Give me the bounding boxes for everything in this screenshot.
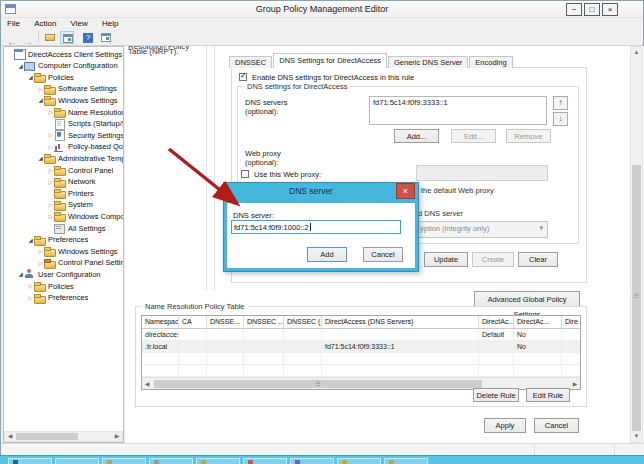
tree-item-user-configuration[interactable]: ◢User Configuration — [4, 268, 123, 280]
forward-arrow-icon[interactable]: → — [21, 31, 35, 44]
scrollbar-thumb[interactable]: ☰ — [154, 380, 482, 388]
menu-file[interactable]: File — [1, 18, 26, 29]
collapse-arrow-icon[interactable]: ◢ — [17, 63, 24, 69]
close-icon[interactable]: × — [396, 183, 415, 199]
menu-help[interactable]: Help — [96, 18, 124, 29]
tree-item-policies[interactable]: ▷Policies — [4, 280, 123, 292]
apply-button[interactable]: Apply — [484, 418, 526, 433]
tab-encoding[interactable]: Encoding — [469, 56, 512, 68]
encryption-dropdown[interactable]: yption (integrity only) ▾ — [416, 221, 548, 238]
tree-item-windows-compo[interactable]: ▷Windows Compo — [4, 210, 123, 222]
details-vertical-scrollbar[interactable]: ▲ ☰ ▼ — [630, 46, 643, 443]
web-proxy-field[interactable] — [416, 165, 548, 181]
tree-item-printers[interactable]: Printers — [4, 187, 123, 199]
collapse-arrow-icon[interactable]: ◢ — [37, 155, 44, 161]
tab-generic-dns-server[interactable]: Generic DNS Server — [388, 56, 468, 68]
close-button[interactable]: × — [602, 3, 618, 16]
nrpt-column-header-dnsse[interactable]: DNSSE... — [207, 316, 244, 329]
scroll-down-icon[interactable]: ▼ — [631, 431, 642, 442]
add-dns-button[interactable]: Add... — [394, 129, 439, 143]
expand-arrow-icon[interactable]: ▷ — [47, 179, 54, 185]
nrpt-row-blank[interactable] — [142, 353, 581, 365]
title-bar[interactable]: Group Policy Management Editor − □ × — [1, 1, 643, 18]
tree-item-control-panel-setting[interactable]: ▷Control Panel Setting — [4, 257, 123, 269]
expand-arrow-icon[interactable]: ▷ — [47, 167, 54, 173]
nrpt-column-header-directaccess-dns-servers[interactable]: DirectAccess (DNS Servers) — [322, 316, 479, 329]
expand-arrow-icon[interactable]: ▷ — [37, 86, 44, 92]
edit-rule-button[interactable]: Edit Rule — [526, 388, 570, 402]
taskbar-button-6[interactable] — [243, 458, 287, 464]
scroll-right-icon[interactable]: ▶ — [570, 379, 580, 389]
clear-button[interactable]: Clear — [518, 252, 558, 267]
nrpt-table[interactable]: ◀ ☰ ▶ NamespaceCADNSSE...DNSSEC ...DNSSE… — [141, 315, 581, 390]
create-button[interactable]: Create — [472, 252, 514, 267]
nrpt-column-header-dire[interactable]: Dire — [562, 316, 581, 329]
taskbar-button-1[interactable] — [8, 458, 52, 464]
nrpt-column-header-namespace[interactable]: Namespace — [142, 316, 179, 329]
collapse-arrow-icon[interactable]: ◢ — [27, 74, 34, 80]
taskbar-button-5[interactable] — [196, 458, 240, 464]
minimize-button[interactable]: − — [566, 3, 582, 16]
tree-item-directaccess-client-settings-w[interactable]: DirectAccess Client Settings [W — [4, 48, 123, 60]
taskbar-button-3[interactable] — [102, 458, 146, 464]
nrpt-row-blank[interactable] — [142, 365, 581, 377]
tree-item-policies[interactable]: ◢Policies — [4, 71, 123, 83]
scroll-up-icon[interactable]: ▲ — [631, 47, 642, 58]
back-arrow-icon[interactable]: ← — [5, 31, 19, 44]
dns-server-list-item[interactable]: fd71:5c14:f0f9:3333::1 — [373, 98, 543, 107]
nrpt-row-directacces[interactable]: directacces...DefaultNo — [142, 329, 581, 341]
dialog-title-bar[interactable]: DNS server × — [224, 183, 418, 200]
expand-arrow-icon[interactable]: ▷ — [47, 202, 54, 208]
scroll-left-icon[interactable]: ◀ — [5, 432, 15, 441]
tree-item-preferences[interactable]: ◢Preferences — [4, 234, 123, 246]
tab-dnssec[interactable]: DNSSEC — [229, 56, 272, 68]
tree-item-network[interactable]: ▷Network — [4, 176, 123, 188]
tree-item-control-panel[interactable]: ▷Control Panel — [4, 164, 123, 176]
move-up-icon[interactable]: ↑ — [553, 96, 568, 110]
expand-arrow-icon[interactable]: ▷ — [47, 132, 54, 138]
use-web-proxy-checkbox[interactable] — [241, 170, 249, 178]
tree-item-all-settings[interactable]: All Settings — [4, 222, 123, 234]
taskbar-button-8[interactable] — [337, 458, 381, 464]
expand-arrow-icon[interactable]: ▷ — [47, 144, 54, 150]
tree-item-computer-configuration[interactable]: ◢Computer Configuration — [4, 60, 123, 72]
nrpt-column-header-directac[interactable]: DirectAc... — [479, 316, 514, 329]
expand-arrow-icon[interactable]: ▷ — [37, 260, 44, 266]
menu-action[interactable]: Action — [28, 18, 62, 29]
expand-arrow-icon[interactable]: ▷ — [47, 109, 54, 115]
tree-item-software-settings[interactable]: ▷Software Settings — [4, 83, 123, 95]
tree-item-windows-settings[interactable]: ◢Windows Settings — [4, 94, 123, 106]
console-window-icon[interactable] — [60, 31, 74, 44]
new-window-icon[interactable] — [99, 31, 113, 44]
tree-item-scripts-startup-s[interactable]: Scripts (Startup/S — [4, 118, 123, 130]
maximize-button[interactable]: □ — [584, 3, 600, 16]
enable-dns-checkbox[interactable]: ✓ — [239, 73, 247, 81]
tree-item-system[interactable]: ▷System — [4, 199, 123, 211]
tree-horizontal-scrollbar[interactable]: ◀ ▶ — [4, 431, 123, 442]
collapse-arrow-icon[interactable]: ◢ — [17, 271, 24, 277]
tree-item-preferences[interactable]: ▷Preferences — [4, 292, 123, 304]
scrollbar-thumb[interactable]: ☰ — [632, 165, 641, 431]
tree-item-windows-settings[interactable]: ▷Windows Settings — [4, 245, 123, 257]
nrpt-column-header-dnssec[interactable]: DNSSEC (... — [284, 316, 322, 329]
collapse-arrow-icon[interactable]: ◢ — [27, 237, 34, 243]
scroll-left-icon[interactable]: ◀ — [142, 379, 152, 389]
update-button[interactable]: Update — [424, 252, 468, 267]
nrpt-column-header-dnssec[interactable]: DNSSEC ... — [244, 316, 284, 329]
tree-item-name-resolution[interactable]: ▷Name Resolution — [4, 106, 123, 118]
tree-item-security-settings[interactable]: ▷Security Settings — [4, 129, 123, 141]
nrpt-column-header-directac[interactable]: DirectAc... — [514, 316, 562, 329]
delete-rule-button[interactable]: Delete Rule — [473, 388, 519, 402]
export-folder-icon[interactable] — [43, 31, 57, 44]
dns-servers-list[interactable]: fd71:5c14:f0f9:3333::1 — [369, 96, 547, 125]
scrollbar-thumb[interactable] — [16, 433, 78, 440]
expand-arrow-icon[interactable]: ▷ — [27, 283, 34, 289]
scroll-right-icon[interactable]: ▶ — [112, 432, 122, 441]
tab-dns-settings-for-directaccess[interactable]: DNS Settings for DirectAccess — [273, 53, 387, 68]
taskbar-button-4[interactable] — [149, 458, 193, 464]
dialog-cancel-button[interactable]: Cancel — [363, 247, 403, 262]
tree-item-administrative-temp[interactable]: ◢Administrative Temp — [4, 152, 123, 164]
tree-item-policy-based-qos[interactable]: ▷Policy-based QoS — [4, 141, 123, 153]
help-icon[interactable]: ? — [81, 31, 95, 44]
nrpt-column-header-ca[interactable]: CA — [179, 316, 207, 329]
